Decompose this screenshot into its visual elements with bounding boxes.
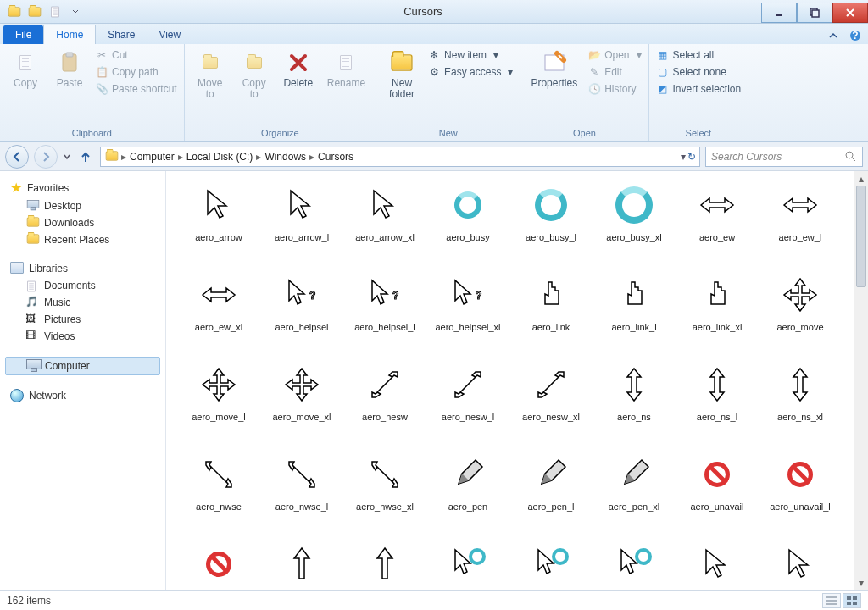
sidebar-item-music[interactable]: 🎵Music [0, 294, 165, 311]
sidebar-item-pictures[interactable]: 🖼Pictures [0, 311, 165, 328]
minimize-button[interactable] [761, 3, 797, 23]
tab-home[interactable]: Home [43, 25, 96, 44]
delete-button[interactable]: Delete [278, 47, 319, 91]
paste-button[interactable]: Paste [49, 47, 90, 91]
recent-dropdown-icon[interactable] [63, 151, 71, 163]
qat-properties-icon[interactable] [46, 3, 64, 21]
file-item[interactable]: aero_arrow_l [261, 180, 342, 268]
file-item[interactable]: aero_busy_xl [593, 180, 675, 268]
file-item[interactable]: aero_link_l [593, 269, 675, 358]
sidebar-item-desktop[interactable]: Desktop [0, 197, 165, 214]
view-details-button[interactable] [822, 593, 841, 608]
paste-shortcut-button[interactable]: 📎Paste shortcut [93, 81, 179, 97]
crumb-computer[interactable]: Computer [130, 151, 175, 163]
view-icons-button[interactable] [843, 593, 861, 608]
copy-path-button[interactable]: 📋Copy path [93, 64, 179, 80]
sidebar-libraries[interactable]: Libraries [0, 260, 165, 277]
maximize-button[interactable] [797, 3, 832, 23]
file-item[interactable]: aero_nesw_l [427, 359, 509, 447]
file-item[interactable]: aero_working_xl [593, 539, 675, 590]
file-list[interactable]: aero_arrowaero_arrow_laero_arrow_xlaero_… [166, 171, 868, 590]
file-item[interactable]: aero_ns [593, 359, 675, 447]
file-item[interactable]: aero_move_xl [261, 359, 342, 447]
file-item[interactable]: aero_arrow_xl [344, 180, 426, 268]
help-icon[interactable]: ? [846, 27, 865, 44]
file-item[interactable]: aero_ew [676, 180, 758, 268]
sidebar-item-recent[interactable]: Recent Places [0, 231, 165, 248]
file-item[interactable]: aero_busy_l [510, 180, 592, 268]
crumb-local-disk[interactable]: Local Disk (C:) [186, 151, 253, 163]
tab-share[interactable]: Share [96, 25, 147, 44]
file-item[interactable]: aero_nesw [344, 359, 426, 447]
select-all-button[interactable]: ▦Select all [654, 47, 743, 63]
sidebar-item-videos[interactable]: 🎞Videos [0, 328, 165, 345]
easy-access-button[interactable]: ⚙Easy access▾ [426, 64, 515, 80]
file-item[interactable]: ?aero_helpsel_l [344, 269, 426, 358]
file-item[interactable]: aero_unavail_xl [178, 539, 259, 590]
crumb-windows[interactable]: Windows [264, 151, 306, 163]
file-item[interactable]: aero_ns_xl [760, 359, 841, 447]
new-item-button[interactable]: ❇New item▾ [426, 47, 515, 63]
qat-dropdown-icon[interactable] [66, 3, 85, 21]
file-item[interactable]: arrow_il [760, 539, 841, 590]
file-item[interactable]: ?aero_helpsel [261, 269, 342, 358]
sidebar-item-network[interactable]: Network [0, 387, 165, 404]
file-item[interactable]: ?aero_helpsel_xl [427, 269, 509, 358]
file-item[interactable]: aero_busy [427, 180, 509, 268]
file-item[interactable]: aero_unavail_l [760, 449, 841, 537]
file-item[interactable]: arrow_i [676, 539, 758, 590]
copy-to-button[interactable]: Copy to [234, 47, 275, 102]
file-item[interactable]: aero_working_l [510, 539, 592, 590]
file-item[interactable]: aero_working [427, 539, 509, 590]
move-to-button[interactable]: Move to [190, 47, 231, 102]
close-button[interactable] [832, 3, 868, 23]
file-item[interactable]: aero_nwse_l [261, 449, 342, 537]
back-button[interactable] [5, 145, 29, 169]
file-item[interactable]: aero_pen_xl [593, 449, 675, 537]
address-bar[interactable]: ▸ Computer▸ Local Disk (C:)▸ Windows▸ Cu… [100, 147, 700, 167]
refresh-icon[interactable]: ↻ [687, 151, 696, 163]
sidebar-favorites[interactable]: ★Favorites [0, 178, 165, 197]
file-item[interactable]: aero_ns_l [676, 359, 758, 447]
invert-selection-button[interactable]: ◩Invert selection [654, 81, 743, 97]
properties-button[interactable]: Properties [526, 47, 582, 91]
edit-button[interactable]: ✎Edit [586, 64, 643, 80]
tab-file[interactable]: File [3, 25, 43, 44]
copy-button[interactable]: Copy [5, 47, 46, 91]
file-item[interactable]: aero_pen [427, 449, 509, 537]
qat-folder-icon[interactable] [5, 3, 24, 21]
scroll-thumb[interactable] [856, 186, 866, 287]
tab-view[interactable]: View [147, 25, 192, 44]
file-item[interactable]: aero_pen_l [510, 449, 592, 537]
file-item[interactable]: aero_move_l [178, 359, 259, 447]
file-item[interactable]: aero_ew_xl [178, 269, 259, 358]
file-item[interactable]: aero_ew_l [760, 180, 841, 268]
history-button[interactable]: 🕓History [586, 81, 643, 97]
scrollbar[interactable]: ▴ ▾ [854, 171, 868, 590]
file-item[interactable]: aero_up_l [344, 539, 426, 590]
up-button[interactable] [76, 147, 95, 166]
cut-button[interactable]: ✂Cut [93, 47, 179, 63]
scroll-up-icon[interactable]: ▴ [854, 171, 868, 186]
crumb-cursors[interactable]: Cursors [318, 151, 353, 163]
sidebar-item-documents[interactable]: Documents [0, 277, 165, 294]
scroll-down-icon[interactable]: ▾ [854, 575, 868, 590]
address-dropdown-icon[interactable]: ▾ [681, 151, 686, 163]
file-item[interactable]: aero_arrow [178, 180, 259, 268]
select-none-button[interactable]: ▢Select none [654, 64, 743, 80]
sidebar-item-computer[interactable]: Computer [5, 357, 160, 375]
file-item[interactable]: aero_link [510, 269, 592, 358]
rename-button[interactable]: Rename [322, 47, 370, 91]
forward-button[interactable] [34, 145, 58, 169]
file-item[interactable]: aero_nesw_xl [510, 359, 592, 447]
new-folder-button[interactable]: New folder [381, 47, 422, 102]
open-button[interactable]: 📂Open▾ [586, 47, 643, 63]
file-item[interactable]: aero_link_xl [676, 269, 758, 358]
file-item[interactable]: aero_up [261, 539, 342, 590]
minimize-ribbon-icon[interactable] [824, 27, 843, 44]
qat-open-icon[interactable] [25, 3, 44, 21]
search-input[interactable]: Search Cursors [705, 147, 863, 167]
file-item[interactable]: aero_unavail [676, 449, 758, 537]
file-item[interactable]: aero_nwse_xl [344, 449, 426, 537]
file-item[interactable]: aero_move [760, 269, 841, 358]
